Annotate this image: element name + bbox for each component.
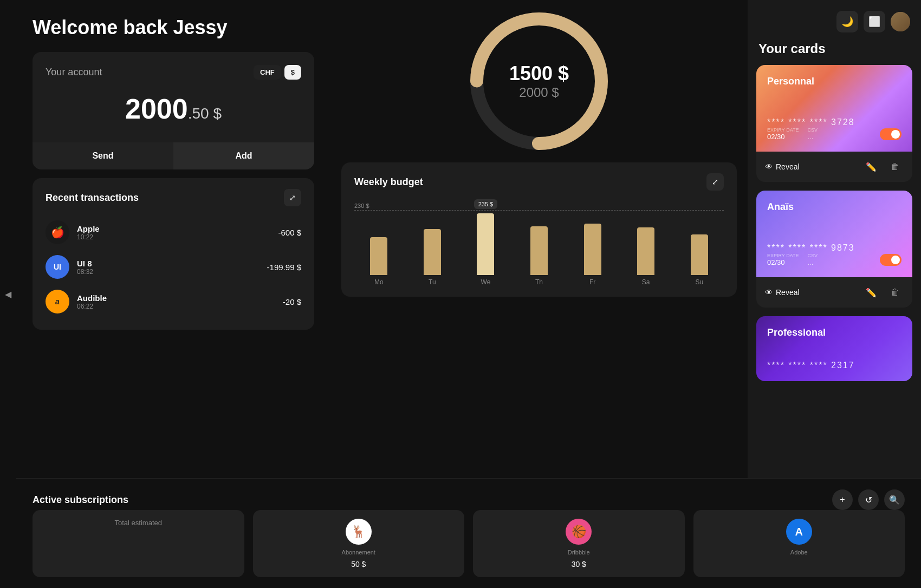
ui8-icon: UI [46, 255, 69, 279]
account-label: Your account [46, 67, 102, 78]
card-anais-bottom: **** **** **** 9873 Expiry date 02/30 CS… [767, 243, 901, 266]
action-buttons: Send Add [33, 142, 314, 169]
card-personnal-actions: 👁 Reveal ✏️ 🗑 [756, 152, 912, 182]
budget-header: Weekly budget ⤢ [354, 173, 724, 191]
card-professional: Professional **** **** **** 2317 [756, 316, 912, 381]
search-sub-btn[interactable]: 🔍 [884, 489, 905, 510]
card-anais-footer: Expiry date 02/30 CSV ... [767, 253, 901, 266]
card-anais-name: Anaïs [767, 201, 901, 213]
dribbble-icon: 🏀 [566, 519, 592, 545]
day-label-su: Su [674, 278, 724, 286]
bar-sa [637, 227, 654, 275]
darkmode-btn[interactable]: 🌙 [836, 11, 858, 32]
card-anais-toggle[interactable] [880, 254, 901, 266]
delete-btn-personnal[interactable]: 🗑 [886, 158, 904, 175]
bar-th [530, 226, 548, 275]
budget-line [354, 210, 724, 211]
card-anais-actions: 👁 Reveal ✏️ 🗑 [756, 277, 912, 308]
bar-col-fr [568, 199, 617, 275]
account-balance: 2000.50 $ [46, 93, 301, 125]
eye-icon-anais: 👁 [765, 288, 773, 297]
card-professional-number: **** **** **** 2317 [767, 361, 901, 370]
history-icon: ↺ [865, 495, 872, 505]
welcome-title: Welcome back Jessy [33, 16, 314, 39]
sub-adobe-card: A Adobe [693, 510, 905, 577]
plus-icon: + [840, 495, 845, 505]
app-layout: ◀ Welcome back Jessy Your account CHF $ [0, 0, 921, 588]
ui8-amount: -199.99 $ [267, 263, 301, 272]
bar-col-mo [354, 199, 404, 275]
reveal-label: Reveal [776, 162, 800, 171]
chf-button[interactable]: CHF [254, 65, 281, 80]
sub-total-label: Total estimated [115, 519, 162, 527]
content-area: Welcome back Jessy Your account CHF $ 20… [16, 0, 921, 588]
apple-name: Apple [77, 224, 270, 233]
day-label-tu: Tu [408, 278, 457, 286]
sidebar-header: 🌙 ⬜ [756, 11, 912, 32]
delete-btn-anais[interactable]: 🗑 [886, 284, 904, 301]
edit-btn-personnal[interactable]: ✏️ [862, 158, 880, 175]
transactions-header: Recent transactions ⤢ [46, 189, 301, 206]
balance-main: 2000 [125, 93, 188, 125]
your-cards-title: Your cards [756, 41, 912, 56]
card-personnal-toggle[interactable] [880, 128, 901, 140]
reveal-label-anais: Reveal [776, 288, 800, 297]
card-personnal-name: Personnal [767, 76, 901, 87]
transaction-item: UI UI 8 08:32 -199.99 $ [46, 250, 301, 284]
card-personnal: Personnal **** **** **** 3728 Expiry dat… [756, 65, 912, 182]
expand-icon: ⤢ [289, 193, 296, 202]
ui8-name: UI 8 [77, 259, 260, 268]
card-anais-expiry-block: Expiry date 02/30 [767, 253, 799, 266]
bar-tooltip-we: 235 $ [474, 199, 498, 209]
audible-time: 06:22 [77, 303, 275, 310]
eye-icon: 👁 [765, 162, 773, 171]
bar-col-tu [408, 199, 457, 275]
adobe-letter: A [795, 526, 803, 538]
pencil-icon: ✏️ [866, 162, 877, 172]
subscriptions-title: Active subscriptions [33, 494, 128, 506]
budget-line-label: 230 $ [354, 202, 369, 209]
account-card: Your account CHF $ 2000.50 $ [33, 52, 314, 142]
bar-col-su [674, 199, 724, 275]
add-sub-btn[interactable]: + [832, 489, 853, 510]
currency-switcher: CHF $ [254, 65, 301, 80]
budget-title: Weekly budget [354, 177, 423, 188]
expiry-value: 02/30 [767, 133, 799, 141]
card-personnal-csv-block: CSV ... [808, 127, 818, 141]
pencil-icon-anais: ✏️ [866, 288, 877, 298]
send-button[interactable]: Send [33, 142, 173, 169]
transactions-expand-btn[interactable]: ⤢ [284, 189, 301, 206]
apple-icon: 🍎 [46, 220, 69, 244]
add-button[interactable]: Add [173, 142, 314, 169]
reveal-btn-anais[interactable]: 👁 Reveal [765, 288, 856, 297]
day-label-sa: Sa [621, 278, 671, 286]
day-label-mo: Mo [354, 278, 404, 286]
apple-info: Apple 10:22 [77, 224, 270, 241]
transaction-item: 🍎 Apple 10:22 -600 $ [46, 215, 301, 250]
bar-col-th [515, 199, 564, 275]
deer-icon: 🦌 [351, 525, 366, 539]
avatar-btn[interactable] [891, 12, 910, 31]
apple-time: 10:22 [77, 233, 270, 241]
ui8-time: 08:32 [77, 268, 260, 276]
transactions-card: Recent transactions ⤢ 🍎 Apple 10:22 [33, 178, 314, 330]
bar-we [477, 213, 494, 275]
right-sidebar: 🌙 ⬜ Your cards Personnal [748, 0, 921, 478]
sub-abonnement-card: 🦌 Abonnement 50 $ [253, 510, 465, 577]
budget-expand-btn[interactable]: ⤢ [706, 173, 724, 191]
edit-btn-anais[interactable]: ✏️ [862, 284, 880, 301]
theme-btn[interactable]: ⬜ [864, 11, 885, 32]
donut-wrapper: 1500 $ 2000 $ [458, 0, 620, 162]
card-professional-visual: Professional **** **** **** 2317 [756, 316, 912, 381]
reveal-btn-personnal[interactable]: 👁 Reveal [765, 162, 856, 171]
card-personnal-footer: Expiry date 02/30 CSV ... [767, 127, 901, 141]
sidebar-collapse-btn[interactable]: ◀ [0, 0, 16, 588]
dollar-button[interactable]: $ [284, 65, 301, 80]
bar-col-sa [621, 199, 671, 275]
dribbble-price: 30 $ [572, 560, 586, 569]
bar-fr [584, 224, 601, 275]
arc-end-dot [535, 15, 543, 23]
history-sub-btn[interactable]: ↺ [858, 489, 879, 510]
donut-container: 1500 $ 2000 $ [458, 0, 620, 162]
dribbble-name: Dribbble [568, 549, 590, 556]
